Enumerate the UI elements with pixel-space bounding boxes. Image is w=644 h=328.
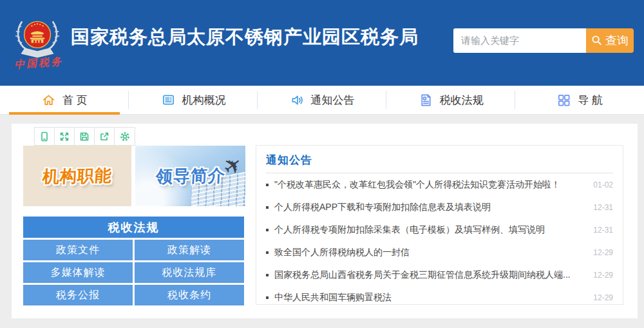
- notice-date: 12-29: [593, 248, 613, 257]
- notice-date: 01-02: [593, 180, 613, 189]
- banner-label: 领导简介: [155, 164, 226, 188]
- bullet-icon: [266, 184, 269, 186]
- banner-row: 机构职能 ✈ 领导简介: [23, 146, 245, 206]
- search-button[interactable]: 查询: [586, 28, 634, 53]
- nav-item-organization[interactable]: 机构概况: [129, 86, 258, 114]
- logo[interactable]: 中国税务: [9, 15, 68, 70]
- bullet-icon: [266, 229, 269, 231]
- notice-text: "个税改革惠民众，改革红包我会领"个人所得税法知识竞赛活动开始啦！: [274, 179, 584, 191]
- notice-item[interactable]: "个税改革惠民众，改革红包我会领"个人所得税法知识竞赛活动开始啦！ 01-02: [256, 173, 623, 196]
- bullet-icon: [266, 206, 269, 209]
- page: 中国税务 国家税务总局太原不锈钢产业园区税务局 查询 首 页: [0, 0, 644, 328]
- tax-regulations-panel: 税收法规 政策文件 政策解读 多媒体解读 税收法规库 税务公报 税收条约: [23, 217, 244, 305]
- notice-item[interactable]: 国家税务总局山西省税务局关于金税三期征管信息系统升级期间纳税人端... 12-2…: [256, 264, 623, 286]
- banner-org-functions[interactable]: 机构职能: [23, 146, 131, 206]
- nav-item-label: 机构概况: [182, 93, 226, 108]
- nav-item-sitemap[interactable]: 导 航: [515, 86, 644, 114]
- reg-link-tax-gazette[interactable]: 税务公报: [23, 285, 133, 305]
- banner-label: 机构职能: [42, 164, 113, 188]
- banner-leader-profile[interactable]: ✈ 领导简介: [135, 146, 245, 206]
- tax-regulations-title: 税收法规: [23, 217, 244, 238]
- notice-text: 中华人民共和国车辆购置税法: [274, 292, 584, 304]
- org-document-icon: [161, 93, 176, 108]
- bullet-icon: [266, 274, 269, 276]
- nav-item-label: 首 页: [62, 93, 88, 108]
- notice-text: 个人所得税专项附加扣除采集表（电子模板）及填写样例、填写说明: [274, 224, 584, 236]
- notice-text: 国家税务总局山西省税务局关于金税三期征管信息系统升级期间纳税人端...: [274, 269, 584, 281]
- plugin-toolbar: [34, 127, 135, 146]
- fullscreen-icon[interactable]: [55, 128, 75, 145]
- notices-panel: 通知公告 "个税改革惠民众，改革红包我会领"个人所得税法知识竞赛活动开始啦！ 0…: [256, 145, 623, 305]
- bullet-icon: [266, 296, 269, 299]
- nav-item-regulations[interactable]: 税收法规: [386, 86, 515, 114]
- tax-regulations-grid: 政策文件 政策解读 多媒体解读 税收法规库 税务公报 税收条约: [23, 240, 244, 305]
- nav-item-label: 税收法规: [440, 93, 484, 108]
- tax-emblem-icon: [9, 15, 66, 59]
- settings-icon[interactable]: [115, 128, 135, 145]
- reg-link-policy-interpretation[interactable]: 政策解读: [135, 240, 244, 260]
- notice-date: 12-29: [593, 293, 613, 302]
- notice-item[interactable]: 个人所得税专项附加扣除采集表（电子模板）及填写样例、填写说明 12-31: [256, 218, 623, 241]
- notice-list: "个税改革惠民众，改革红包我会领"个人所得税法知识竞赛活动开始啦！ 01-02 …: [256, 173, 623, 309]
- search-bar: 查询: [453, 28, 634, 53]
- content-card: 机构职能 ✈ 领导简介 税收法规 政策文件 政策解读 多媒体解读 税收法规库: [12, 124, 638, 318]
- notice-item[interactable]: 致全国个人所得税纳税人的一封信 12-29: [256, 241, 623, 264]
- search-button-label: 查询: [605, 33, 629, 48]
- site-header: 中国税务 国家税务总局太原不锈钢产业园区税务局 查询: [0, 0, 644, 86]
- search-input[interactable]: [453, 28, 586, 53]
- nav-item-label: 通知公告: [311, 93, 355, 108]
- site-title: 国家税务总局太原不锈钢产业园区税务局: [71, 24, 419, 50]
- notice-item[interactable]: 中华人民共和国车辆购置税法 12-29: [256, 286, 623, 309]
- save-icon[interactable]: [75, 128, 95, 145]
- mobile-preview-icon[interactable]: [35, 128, 55, 145]
- main-content: 机构职能 ✈ 领导简介 税收法规 政策文件 政策解读 多媒体解读 税收法规库: [0, 115, 644, 328]
- notice-item[interactable]: 个人所得税APP下载和专项附加扣除信息表及填表说明 12-31: [256, 196, 623, 218]
- grid-icon: [556, 93, 571, 108]
- reg-link-multimedia-interpretation[interactable]: 多媒体解读: [23, 262, 133, 283]
- notice-text: 致全国个人所得税纳税人的一封信: [274, 247, 584, 258]
- notice-date: 12-31: [593, 203, 613, 212]
- nav-item-home[interactable]: 首 页: [0, 86, 129, 114]
- main-nav: 首 页 机构概况 通知公告 税收法规: [0, 86, 644, 115]
- notice-date: 12-31: [593, 226, 613, 235]
- reg-link-policy-documents[interactable]: 政策文件: [23, 240, 133, 260]
- bullet-icon: [266, 251, 269, 254]
- tax-document-icon: [419, 93, 433, 108]
- notice-text: 个人所得税APP下载和专项附加扣除信息表及填表说明: [274, 202, 584, 213]
- nav-item-label: 导 航: [578, 93, 603, 108]
- speaker-icon: [290, 93, 305, 108]
- share-icon[interactable]: [95, 128, 115, 145]
- reg-link-regulation-library[interactable]: 税收法规库: [135, 262, 244, 283]
- left-column: 机构职能 ✈ 领导简介 税收法规 政策文件 政策解读 多媒体解读 税收法规库: [23, 146, 245, 305]
- reg-link-tax-treaties[interactable]: 税收条约: [135, 285, 244, 305]
- notice-date: 12-29: [593, 271, 613, 280]
- notices-title: 通知公告: [256, 146, 623, 173]
- home-icon: [41, 93, 56, 108]
- nav-item-notices[interactable]: 通知公告: [258, 86, 386, 114]
- search-icon: [591, 35, 602, 46]
